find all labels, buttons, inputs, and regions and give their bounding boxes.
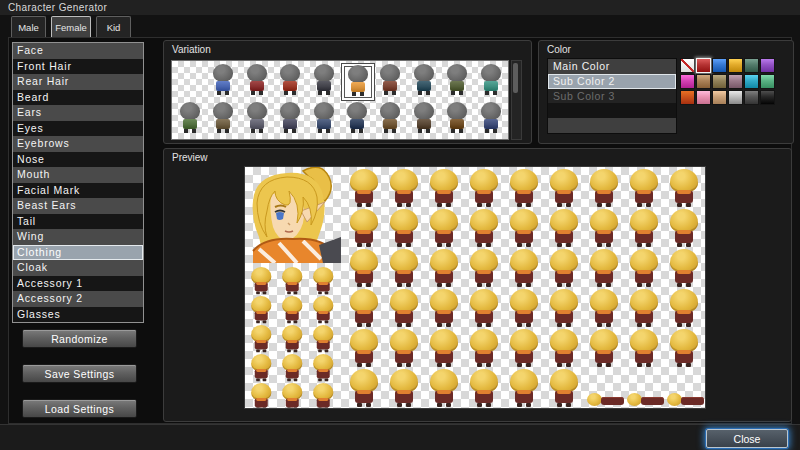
- mannequin-head: [180, 102, 200, 120]
- sidebar-item-beast-ears[interactable]: Beast Ears: [13, 198, 143, 214]
- variation-cell[interactable]: [341, 101, 373, 137]
- color-option-main-color[interactable]: Main Color: [548, 59, 676, 74]
- title-bar: Character Generator: [0, 0, 800, 15]
- randomize-button[interactable]: Randomize: [22, 329, 137, 348]
- variation-cell[interactable]: [441, 63, 473, 99]
- variation-cell[interactable]: [241, 63, 273, 99]
- sidebar-item-ears[interactable]: Ears: [13, 105, 143, 121]
- variation-cell[interactable]: [374, 63, 406, 99]
- sprite-feet: [637, 363, 642, 367]
- load-settings-button[interactable]: Load Settings: [22, 399, 137, 418]
- color-option-sub-color-2[interactable]: Sub Color 2: [548, 74, 676, 89]
- sidebar-item-beard[interactable]: Beard: [13, 90, 143, 106]
- sprite-scarf: [677, 270, 691, 274]
- sidebar-item-glasses[interactable]: Glasses: [13, 307, 143, 323]
- variation-cell[interactable]: [475, 63, 507, 99]
- variation-cell[interactable]: [308, 63, 340, 99]
- sidebar-item-mouth[interactable]: Mouth: [13, 167, 143, 183]
- color-swatch[interactable]: [760, 58, 775, 73]
- color-swatch[interactable]: [696, 90, 711, 105]
- variation-mannequin: [410, 102, 438, 135]
- close-button[interactable]: Close: [706, 429, 788, 448]
- variation-cell[interactable]: [274, 101, 306, 137]
- color-swatch[interactable]: [744, 90, 759, 105]
- sidebar-item-accessory-2[interactable]: Accessory 2: [13, 291, 143, 307]
- mannequin-clothing: [216, 81, 230, 91]
- color-option-list: Main ColorSub Color 2Sub Color 3: [547, 58, 677, 134]
- preview-sprite-lying: [667, 393, 705, 407]
- tab-male[interactable]: Male: [11, 16, 46, 37]
- preview-sprite: [507, 249, 541, 287]
- color-swatch[interactable]: [696, 74, 711, 89]
- sprite-feet: [517, 403, 522, 407]
- color-swatch[interactable]: [760, 74, 775, 89]
- variation-cell-selected[interactable]: [341, 63, 375, 101]
- color-swatch[interactable]: [760, 90, 775, 105]
- mannequin-head: [314, 64, 334, 82]
- variation-scrollbar[interactable]: [511, 60, 522, 140]
- variation-cell[interactable]: [475, 101, 507, 137]
- color-title: Color: [547, 44, 571, 55]
- preview-sprite: [427, 329, 461, 367]
- preview-sprite: [667, 209, 701, 247]
- mannequin-feet: [485, 91, 489, 95]
- color-swatch[interactable]: [728, 74, 743, 89]
- mannequin-clothing: [317, 81, 331, 91]
- variation-cell[interactable]: [174, 63, 206, 99]
- tab-bar: MaleFemaleKid: [11, 16, 131, 37]
- tab-kid[interactable]: Kid: [96, 16, 131, 37]
- sidebar-item-face[interactable]: Face: [13, 43, 143, 59]
- color-swatch[interactable]: [728, 58, 743, 73]
- preview-sprite: [311, 267, 335, 294]
- variation-cell[interactable]: [408, 63, 440, 99]
- variation-cell[interactable]: [241, 101, 273, 137]
- variation-mannequin: [343, 102, 371, 135]
- preview-sprite: [347, 329, 381, 367]
- variation-cell[interactable]: [174, 101, 206, 137]
- sprite-feet: [256, 407, 260, 409]
- sprite-scarf: [318, 311, 328, 314]
- sidebar-item-rear-hair[interactable]: Rear Hair: [13, 74, 143, 90]
- variation-cell[interactable]: [274, 63, 306, 99]
- sprite-scarf: [517, 230, 531, 234]
- variation-cell[interactable]: [374, 101, 406, 137]
- sprite-scarf: [397, 190, 411, 194]
- save-settings-button[interactable]: Save Settings: [22, 364, 137, 383]
- sidebar-item-eyes[interactable]: Eyes: [13, 121, 143, 137]
- sprite-feet: [477, 283, 482, 287]
- sidebar-item-cloak[interactable]: Cloak: [13, 260, 143, 276]
- color-swatch-selected[interactable]: [696, 58, 711, 73]
- mannequin-head: [380, 64, 400, 82]
- variation-cell[interactable]: [408, 101, 440, 137]
- sprite-scarf: [357, 230, 371, 234]
- color-swatch[interactable]: [744, 58, 759, 73]
- preview-sprite: [467, 249, 501, 287]
- color-swatch[interactable]: [680, 90, 695, 105]
- scrollbar-thumb[interactable]: [513, 63, 518, 93]
- mannequin-feet: [384, 129, 388, 133]
- sprite-scarf: [517, 350, 531, 354]
- color-swatch[interactable]: [680, 74, 695, 89]
- variation-cell[interactable]: [308, 101, 340, 137]
- tab-female[interactable]: Female: [51, 16, 91, 37]
- variation-cell[interactable]: [207, 63, 239, 99]
- sidebar-item-tail[interactable]: Tail: [13, 214, 143, 230]
- variation-cell[interactable]: [207, 101, 239, 137]
- color-swatch[interactable]: [712, 74, 727, 89]
- sidebar-item-clothing[interactable]: Clothing: [13, 245, 143, 261]
- color-swatch[interactable]: [712, 58, 727, 73]
- color-swatch[interactable]: [712, 90, 727, 105]
- sidebar-item-wing[interactable]: Wing: [13, 229, 143, 245]
- color-swatch-none[interactable]: [680, 58, 695, 73]
- sidebar-item-facial-mark[interactable]: Facial Mark: [13, 183, 143, 199]
- sidebar-item-accessory-1[interactable]: Accessory 1: [13, 276, 143, 292]
- sprite-feet: [256, 378, 260, 381]
- color-swatch[interactable]: [744, 74, 759, 89]
- color-swatch[interactable]: [728, 90, 743, 105]
- sidebar-item-nose[interactable]: Nose: [13, 152, 143, 168]
- sidebar-item-eyebrows[interactable]: Eyebrows: [13, 136, 143, 152]
- sidebar-item-front-hair[interactable]: Front Hair: [13, 59, 143, 75]
- preview-sprite: [427, 169, 461, 207]
- variation-mannequin: [310, 64, 338, 97]
- variation-cell[interactable]: [441, 101, 473, 137]
